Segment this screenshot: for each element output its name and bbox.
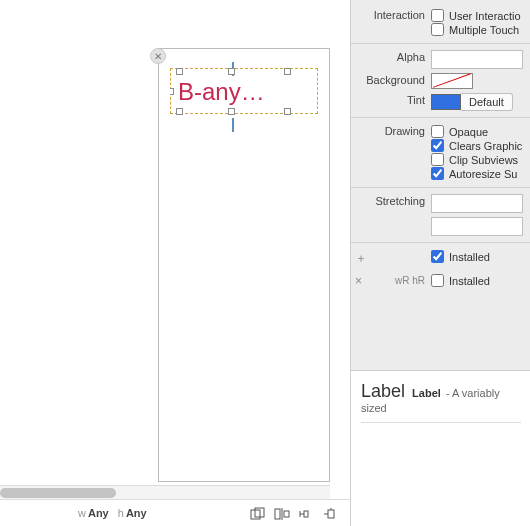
size-class-indicator[interactable]: wAny hAny (78, 507, 153, 519)
selected-label[interactable]: B-any… (178, 78, 265, 106)
drawing-label: Drawing (351, 124, 431, 137)
tint-default-button[interactable]: Default (461, 93, 513, 111)
close-icon[interactable]: ✕ (150, 48, 166, 64)
multiple-touch-checkbox[interactable]: Multiple Touch (431, 23, 530, 36)
clears-graphics-checkbox[interactable]: Clears Graphic (431, 139, 530, 152)
handle-tr[interactable] (284, 68, 291, 75)
alpha-field[interactable] (431, 50, 523, 69)
svg-rect-2 (275, 509, 280, 519)
canvas-area[interactable]: ✕ B-any… wAny hAny (0, 0, 350, 526)
clip-subviews-checkbox[interactable]: Clip Subviews (431, 153, 530, 166)
canvas-footer: wAny hAny (0, 499, 350, 526)
svg-rect-4 (284, 511, 289, 517)
resize-cursor-bottom (232, 118, 234, 132)
library-item-subtitle: Label (412, 387, 441, 399)
align-icon[interactable] (274, 507, 290, 521)
embed-in-icon[interactable] (250, 507, 266, 521)
stretching-field-2[interactable] (431, 217, 523, 236)
library-item-title: Label (361, 381, 405, 401)
handle-ml[interactable] (170, 88, 174, 95)
svg-rect-9 (328, 510, 334, 518)
stretching-label: Stretching (351, 194, 431, 207)
installed-trait-checkbox[interactable]: Installed (431, 274, 530, 287)
resolve-issues-icon[interactable] (322, 507, 338, 521)
opaque-checkbox[interactable]: Opaque (431, 125, 530, 138)
stretching-field[interactable] (431, 194, 523, 213)
svg-rect-6 (304, 511, 308, 517)
autoresize-checkbox[interactable]: Autoresize Su (431, 167, 530, 180)
horizontal-scrollbar[interactable] (0, 485, 330, 499)
inspector-panel: Interaction User Interactio Multiple Tou… (350, 0, 530, 526)
remove-trait-icon[interactable]: × (355, 274, 362, 288)
handle-tc[interactable] (228, 68, 235, 75)
installed-checkbox[interactable]: Installed (431, 250, 530, 263)
handle-tl[interactable] (176, 68, 183, 75)
user-interaction-checkbox[interactable]: User Interactio (431, 9, 530, 22)
alpha-label: Alpha (351, 50, 431, 63)
add-trait-icon[interactable]: ＋ (355, 250, 367, 267)
background-swatch[interactable] (431, 73, 473, 89)
tint-label: Tint (351, 93, 431, 106)
handle-bl[interactable] (176, 108, 183, 115)
pin-icon[interactable] (298, 507, 314, 521)
scrollbar-thumb[interactable] (0, 488, 116, 498)
size-class-trait: wR hR (395, 275, 425, 286)
handle-bc[interactable] (228, 108, 235, 115)
background-label: Background (351, 73, 431, 86)
interaction-label: Interaction (351, 8, 431, 21)
object-library[interactable]: Label Label - A variably sized (351, 370, 530, 526)
handle-br[interactable] (284, 108, 291, 115)
